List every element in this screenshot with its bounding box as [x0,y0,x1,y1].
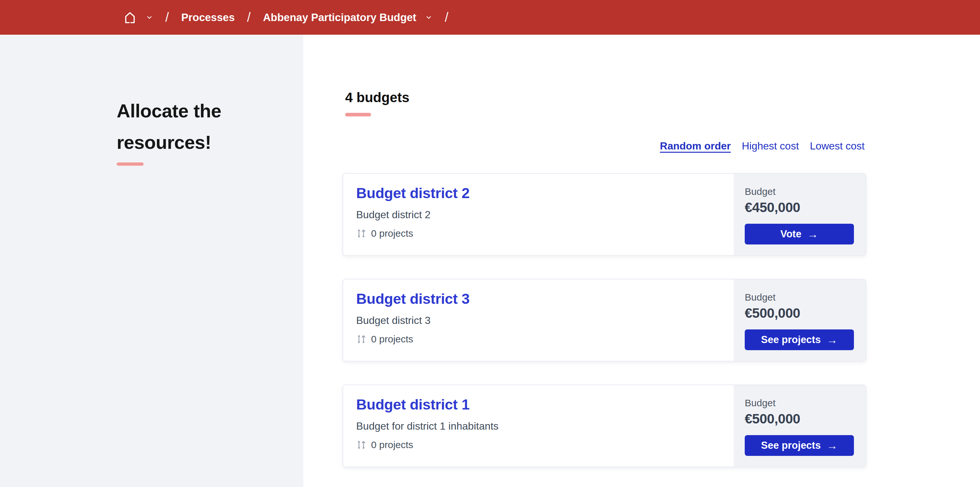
budget-action-button[interactable]: Vote → [745,224,854,244]
budget-card-summary: Budget €450,000 Vote → [734,174,865,255]
budget-description: Budget for district 1 inhabitants [356,420,721,432]
budget-description: Budget district 2 [356,209,721,221]
budget-action-button[interactable]: See projects → [745,435,854,456]
home-icon [123,11,137,24]
projects-count-label: 0 projects [371,334,413,345]
budget-card-info: Budget district 2 Budget district 2 0 pr… [343,174,734,255]
budget-title-link[interactable]: Budget district 2 [356,185,469,202]
budget-amount: €450,000 [745,200,854,215]
chevron-down-icon [425,14,432,21]
budget-amount: €500,000 [745,411,854,427]
git-compare-icon [356,228,366,239]
budget-list: Budget district 2 Budget district 2 0 pr… [342,173,866,467]
process-dropdown-toggle[interactable] [425,14,432,21]
title-accent-underline [117,163,143,166]
budget-title-link[interactable]: Budget district 3 [356,291,469,307]
chevron-down-icon [146,14,153,21]
budget-action-button[interactable]: See projects → [745,329,854,350]
budget-label: Budget [745,186,854,197]
breadcrumb: / Processes / Abbenay Participatory Budg… [123,10,449,25]
sort-link-highest-cost[interactable]: Highest cost [742,140,799,152]
budget-action-label: See projects [761,334,821,346]
sort-link-lowest-cost[interactable]: Lowest cost [810,140,865,152]
breadcrumb-item-process-title[interactable]: Abbenay Participatory Budget [263,11,416,24]
projects-count-label: 0 projects [371,439,413,450]
page-title: Allocate the resources! [117,95,266,158]
budget-projects-count: 0 projects [356,439,721,450]
budget-card-summary: Budget €500,000 See projects → [734,385,865,466]
git-compare-icon [356,440,366,450]
git-compare-icon [356,334,366,344]
home-dropdown-toggle[interactable] [146,14,153,21]
breadcrumb-item-processes[interactable]: Processes [181,11,235,24]
breadcrumb-separator: / [445,10,448,25]
sidebar: Allocate the resources! [0,35,303,487]
budget-title-link[interactable]: Budget district 1 [356,396,469,413]
budget-label: Budget [745,398,854,409]
projects-count-label: 0 projects [371,228,413,239]
main-content: 4 budgets Random order Highest cost Lowe… [303,35,980,487]
top-navigation-bar: / Processes / Abbenay Participatory Budg… [0,0,980,35]
budget-action-label: Vote [780,228,802,240]
heading-accent-underline [345,113,371,117]
budget-description: Budget district 3 [356,315,721,326]
budget-projects-count: 0 projects [356,334,721,345]
breadcrumb-separator: / [165,10,169,25]
breadcrumb-separator: / [247,10,250,25]
budget-action-label: See projects [761,440,821,451]
budget-card: Budget district 3 Budget district 3 0 pr… [342,279,866,361]
budget-card-summary: Budget €500,000 See projects → [734,279,865,361]
budgets-count-heading: 4 budgets [345,90,409,105]
budget-card: Budget district 2 Budget district 2 0 pr… [342,173,866,256]
arrow-right-icon: → [807,228,818,240]
budget-projects-count: 0 projects [356,228,721,239]
arrow-right-icon: → [827,334,838,345]
sort-link-random-order[interactable]: Random order [660,140,731,152]
sort-options: Random order Highest cost Lowest cost [660,140,865,152]
budget-card-info: Budget district 1 Budget for district 1 … [343,385,734,466]
budget-label: Budget [745,292,854,303]
home-link[interactable] [123,11,137,24]
budget-card-info: Budget district 3 Budget district 3 0 pr… [343,279,734,361]
budget-card: Budget district 1 Budget for district 1 … [342,385,866,467]
budget-amount: €500,000 [745,305,854,321]
arrow-right-icon: → [827,440,838,451]
